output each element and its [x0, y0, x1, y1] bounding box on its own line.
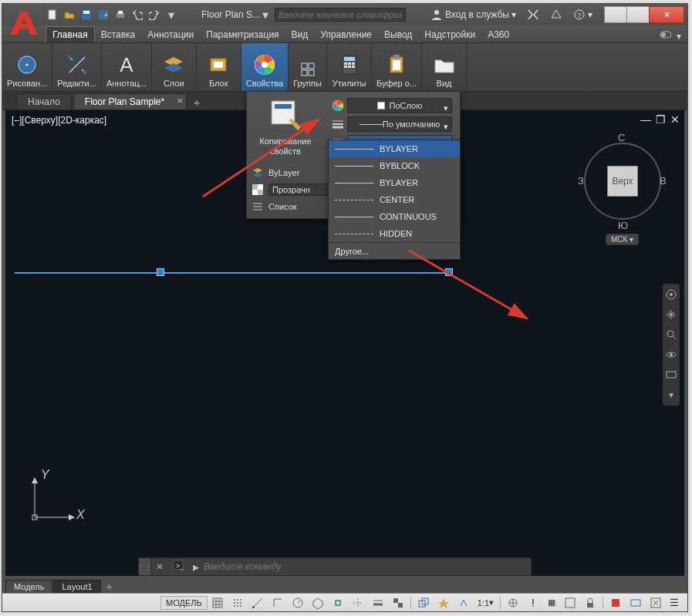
new-file-tab-button[interactable]: +: [188, 94, 205, 109]
clean-screen-icon[interactable]: [646, 595, 665, 611]
linetype-item[interactable]: BYLAYER: [329, 174, 460, 191]
steering-wheel-icon[interactable]: [664, 288, 678, 301]
layout-tab-model[interactable]: Модель: [5, 580, 52, 593]
view-cube[interactable]: Верх С В Ю З МСК ▾: [576, 133, 669, 249]
pan-icon[interactable]: [664, 308, 678, 321]
selected-line-object[interactable]: [15, 272, 453, 274]
ribbon-panel-modify[interactable]: Редакти...: [52, 43, 102, 91]
file-tab-start[interactable]: Начало: [16, 93, 72, 109]
match-properties-icon[interactable]: [267, 96, 304, 133]
qat-new-icon[interactable]: [46, 8, 59, 22]
linetype-item[interactable]: BYBLOCK: [329, 157, 460, 174]
navbar-expand-icon[interactable]: ▼: [664, 388, 678, 402]
compass-n[interactable]: С: [618, 132, 625, 143]
window-minimize-button[interactable]: —: [604, 6, 627, 23]
zoom-extents-icon[interactable]: [664, 328, 678, 342]
isolate-objects-icon[interactable]: [606, 595, 625, 611]
ribbon-panel-layers[interactable]: Слои: [152, 43, 197, 91]
snap-toggle-icon[interactable]: [228, 595, 247, 611]
menu-tab-insert[interactable]: Вставка: [95, 27, 142, 42]
annotation-visibility-icon[interactable]: [434, 595, 453, 611]
exchange-icon[interactable]: [524, 8, 542, 21]
autodesk-icon[interactable]: [547, 8, 565, 21]
help-icon[interactable]: ?▾: [570, 8, 596, 21]
infer-constraints-icon[interactable]: [248, 595, 267, 611]
annotation-autoscale-icon[interactable]: [454, 595, 473, 611]
add-layout-button[interactable]: +: [102, 581, 117, 593]
compass-s[interactable]: Ю: [618, 220, 628, 231]
viewport-maximize-icon[interactable]: ❐: [656, 113, 666, 126]
lock-ui-icon[interactable]: [581, 595, 599, 611]
drag-handle-icon[interactable]: ⋮⋮: [139, 558, 151, 575]
window-maximize-button[interactable]: ❐: [626, 6, 650, 23]
app-logo-icon[interactable]: [7, 7, 41, 41]
menu-tab-view[interactable]: Вид: [285, 27, 315, 42]
units-icon[interactable]: ▦: [544, 595, 559, 611]
color-combo[interactable]: ПоСлою▾: [347, 98, 452, 113]
lineweight-toggle-icon[interactable]: [369, 595, 387, 611]
file-tab-drawing[interactable]: Floor Plan Sample*✕: [73, 93, 187, 109]
signin-button[interactable]: Вход в службы▾: [427, 8, 519, 21]
viewcube-top-face[interactable]: Верх: [607, 166, 638, 197]
customization-icon[interactable]: ☰: [667, 595, 682, 611]
wcs-button[interactable]: МСК ▾: [606, 234, 639, 245]
compass-w[interactable]: З: [578, 175, 584, 187]
linetype-item[interactable]: HIDDEN: [329, 225, 460, 242]
cmdline-prompt-icon[interactable]: >_: [168, 560, 188, 574]
quick-properties-icon[interactable]: [561, 595, 579, 611]
linetype-other-item[interactable]: Другое...: [329, 242, 460, 259]
viewport-close-icon[interactable]: ✕: [670, 113, 680, 126]
menu-tab-output[interactable]: Вывод: [378, 27, 418, 42]
polar-toggle-icon[interactable]: [289, 595, 307, 611]
otrack-toggle-icon[interactable]: [349, 595, 367, 611]
ribbon-panel-groups[interactable]: Группы: [289, 43, 327, 91]
isoplane-icon[interactable]: [309, 595, 327, 611]
menu-tab-addins[interactable]: Надстройки: [418, 27, 481, 42]
viewport-label[interactable]: [–][Сверху][2D-каркас]: [12, 115, 106, 126]
hardware-accel-icon[interactable]: [626, 595, 645, 611]
grip-handle[interactable]: [157, 268, 164, 276]
menu-tab-manage[interactable]: Управление: [314, 27, 378, 42]
command-line[interactable]: ⋮⋮ ✕ >_ ▸: [138, 557, 532, 576]
selection-cycling-icon[interactable]: [414, 595, 433, 611]
qat-dropdown-icon[interactable]: ▾: [164, 8, 178, 22]
linetype-item[interactable]: CENTER: [329, 191, 460, 208]
orbit-icon[interactable]: [664, 348, 678, 362]
ribbon-panel-clipboard[interactable]: Буфер о...: [372, 43, 422, 91]
lineweight-small-icon[interactable]: [332, 118, 344, 130]
ortho-toggle-icon[interactable]: [268, 595, 287, 611]
annotation-scale-button[interactable]: 1:1 ▾: [474, 595, 497, 611]
compass-e[interactable]: В: [660, 175, 667, 187]
workspace-switching-icon[interactable]: [504, 595, 522, 611]
grip-handle[interactable]: [445, 268, 453, 276]
menu-tab-annotate[interactable]: Аннотации: [141, 27, 200, 42]
layout-tab-layout1[interactable]: Layout1: [53, 580, 100, 593]
command-input[interactable]: [204, 561, 531, 572]
cmdline-arrow-icon[interactable]: ▸: [188, 560, 204, 574]
close-tab-icon[interactable]: ✕: [177, 96, 183, 105]
cmdline-close-icon[interactable]: ✕: [151, 561, 168, 572]
menu-collapse-icon[interactable]: ▾: [677, 31, 681, 42]
qat-undo-icon[interactable]: [130, 8, 144, 22]
annotation-monitor-icon[interactable]: [524, 595, 542, 611]
cycle-icon[interactable]: [660, 30, 672, 42]
qat-save-icon[interactable]: [79, 8, 93, 22]
menu-tab-home[interactable]: Главная: [46, 26, 95, 42]
show-motion-icon[interactable]: [664, 368, 678, 382]
menu-tab-parametric[interactable]: Параметризация: [200, 27, 285, 42]
modelspace-button[interactable]: МОДЕЛЬ: [160, 596, 208, 610]
ribbon-panel-view[interactable]: Вид: [422, 43, 467, 91]
osnap-toggle-icon[interactable]: [329, 595, 347, 611]
keyword-search-input[interactable]: [275, 8, 406, 22]
ribbon-panel-utilities[interactable]: Утилиты: [327, 43, 372, 91]
qat-redo-icon[interactable]: [147, 8, 161, 22]
transparency-toggle-icon[interactable]: [389, 595, 407, 611]
menu-tab-a360[interactable]: A360: [481, 27, 515, 42]
linetype-item[interactable]: CONTINUOUS: [329, 208, 460, 225]
grid-toggle-icon[interactable]: [208, 595, 227, 611]
viewport-minimize-icon[interactable]: —: [640, 113, 651, 126]
ribbon-panel-properties[interactable]: Свойства: [241, 43, 289, 91]
linetype-item[interactable]: BYLAYER: [329, 140, 460, 157]
qat-saveas-icon[interactable]: [96, 8, 110, 22]
qat-open-icon[interactable]: [62, 8, 76, 22]
